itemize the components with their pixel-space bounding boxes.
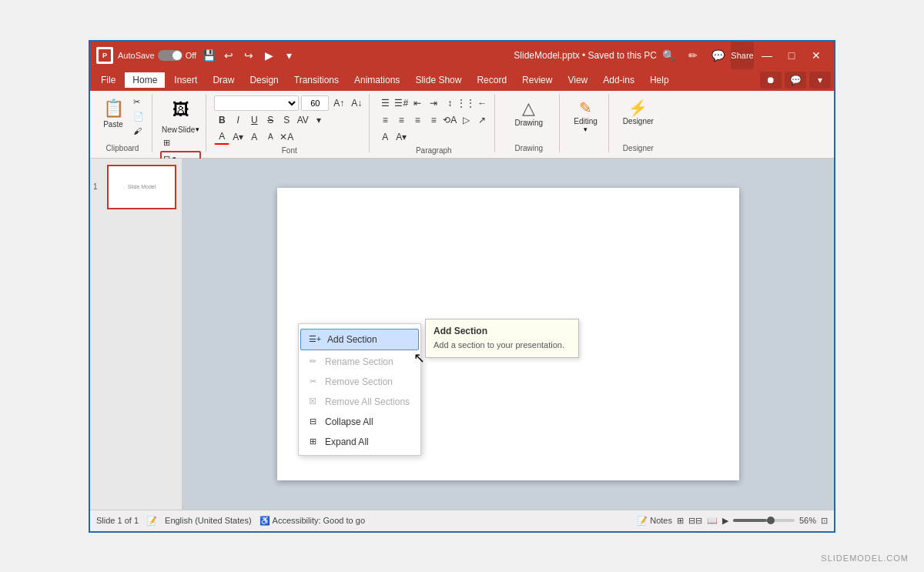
decrease-indent[interactable]: ⇤ — [410, 95, 425, 111]
menu-home[interactable]: Home — [123, 71, 166, 89]
char-highlight[interactable]: A▾ — [393, 129, 409, 145]
dropdown-container: ☰+ Add Section ✏ Rename Section ✂ Remove… — [298, 323, 421, 456]
new-slide-label: New — [162, 125, 177, 134]
text-shadow[interactable]: A — [377, 129, 393, 145]
minimize-button[interactable]: — — [755, 42, 778, 69]
paragraph-content: ☰ ☰# ⇤ ⇥ ↕ ⋮⋮ ← ≡ ≡ ≡ ≡ ⟲A ▷ ↗ — [377, 94, 490, 145]
smart-art[interactable]: ▷ — [458, 112, 474, 128]
font-family-select[interactable] — [214, 95, 299, 111]
comment-icon[interactable]: 💬 — [706, 42, 729, 69]
columns[interactable]: ⋮⋮ — [458, 95, 474, 111]
editing-icon: ✎ — [579, 99, 592, 117]
autosave-toggle[interactable] — [158, 50, 182, 61]
collapse-all-label: Collapse All — [325, 416, 373, 427]
menu-record[interactable]: Record — [469, 72, 514, 88]
normal-view-button[interactable]: ⊞ — [677, 516, 684, 526]
new-slide-button[interactable]: 🖼 — [162, 95, 199, 125]
highlight-color-button[interactable]: A▾ — [230, 129, 246, 145]
dropdown-collapse-all[interactable]: ⊟ Collapse All — [299, 412, 420, 432]
font-size-decrease[interactable]: A↓ — [349, 95, 364, 111]
cut-button[interactable]: ✂ — [130, 95, 147, 109]
font-size-small[interactable]: A — [263, 129, 278, 145]
fit-slide-icon[interactable]: ⊡ — [821, 516, 828, 526]
main-area: 1 Slide Model Slide Model ☰+ Add Section… — [90, 159, 834, 510]
format-painter-button[interactable]: 🖌 — [130, 125, 147, 137]
bullets-button[interactable]: ☰ — [377, 95, 393, 111]
drawing-button[interactable]: △ Drawing — [508, 95, 549, 130]
search-icon[interactable]: 🔍 — [657, 42, 680, 69]
designer-button[interactable]: ⚡ Designer — [617, 95, 660, 129]
copy-icon: 📄 — [133, 112, 144, 122]
char-spacing-button[interactable]: AV — [295, 112, 310, 128]
dropdown-expand-all[interactable]: ⊞ Expand All — [299, 432, 420, 452]
collapse-ribbon-btn[interactable]: ▾ — [809, 72, 831, 89]
paragraph-options[interactable]: ↗ — [474, 112, 490, 128]
menu-addins[interactable]: Add-ins — [595, 72, 642, 88]
new-slide-dropdown[interactable]: New Slide ▾ — [160, 125, 201, 135]
redo-icon[interactable]: ↪ — [241, 48, 256, 63]
increase-indent[interactable]: ⇥ — [426, 95, 441, 111]
align-left[interactable]: ≡ — [377, 112, 393, 128]
line-spacing[interactable]: ↕ — [442, 95, 457, 111]
text-direction[interactable]: ⟲A — [442, 112, 457, 128]
clear-format[interactable]: ✕A — [279, 129, 294, 145]
menu-draw[interactable]: Draw — [205, 72, 242, 88]
numbering-button[interactable]: ☰# — [393, 95, 409, 111]
close-button[interactable]: ✕ — [805, 42, 828, 69]
paste-label: Paste — [103, 120, 123, 129]
save-icon[interactable]: 💾 — [201, 48, 216, 63]
menu-transitions[interactable]: Transitions — [286, 72, 346, 88]
new-slide-chevron: ▾ — [196, 125, 199, 133]
pen-icon[interactable]: ✏ — [681, 42, 705, 69]
slide-sorter-button[interactable]: ⊟⊟ — [688, 516, 702, 526]
rtl-direction[interactable]: ← — [474, 95, 490, 111]
indent-row: A A▾ — [377, 129, 409, 145]
zoom-fill — [733, 519, 767, 522]
strikethrough-button[interactable]: S — [263, 112, 278, 128]
menu-design[interactable]: Design — [242, 72, 286, 88]
new-slide-icon: 🖼 — [172, 100, 189, 120]
font-size-large[interactable]: A — [246, 129, 262, 145]
underline-button[interactable]: U — [246, 112, 262, 128]
comments-btn[interactable]: 💬 — [785, 72, 806, 89]
bold-button[interactable]: B — [214, 112, 229, 128]
reading-view-button[interactable]: 📖 — [707, 516, 718, 526]
editing-button[interactable]: ✎ Editing ▾ — [567, 95, 604, 136]
menu-review[interactable]: Review — [514, 72, 560, 88]
menu-slideshow[interactable]: Slide Show — [407, 72, 469, 88]
slideshow-button[interactable]: ▶ — [722, 516, 728, 526]
slide-1-thumbnail[interactable]: Slide Model — [107, 165, 176, 209]
maximize-button[interactable]: □ — [780, 42, 803, 69]
italic-button[interactable]: I — [230, 112, 246, 128]
slides-panel: 1 Slide Model — [90, 159, 182, 510]
font-size-increase[interactable]: A↑ — [331, 95, 346, 111]
shadow-button[interactable]: S — [279, 112, 294, 128]
zoom-slider[interactable] — [733, 519, 795, 522]
menu-file[interactable]: File — [93, 72, 123, 88]
paste-button[interactable]: 📋 Paste — [98, 95, 129, 132]
more-icon[interactable]: ▾ — [281, 48, 296, 63]
share-icon[interactable]: Share — [731, 42, 754, 69]
record-btn[interactable]: ⏺ — [760, 72, 782, 89]
notes-button[interactable]: 📝 Notes — [637, 516, 672, 526]
align-center[interactable]: ≡ — [393, 112, 409, 128]
ppt-logo: P — [96, 47, 113, 64]
font-color-button[interactable]: A — [214, 129, 229, 145]
designer-content: ⚡ Designer — [617, 94, 660, 142]
menu-animations[interactable]: Animations — [346, 72, 407, 88]
menu-insert[interactable]: Insert — [166, 72, 205, 88]
ppt-logo-inner: P — [99, 49, 111, 62]
layout-button[interactable]: ⊞ — [160, 136, 201, 149]
present-icon[interactable]: ▶ — [261, 48, 276, 63]
layout-icon: ⊞ — [163, 138, 170, 148]
justify[interactable]: ≡ — [426, 112, 441, 128]
menu-view[interactable]: View — [560, 72, 595, 88]
font-size-input[interactable] — [301, 95, 329, 111]
ribbon: 📋 Paste ✂ 📄 🖌 Clipboard 🖼 — [90, 91, 834, 159]
undo-icon[interactable]: ↩ — [221, 48, 236, 63]
menu-help[interactable]: Help — [642, 72, 677, 88]
align-right[interactable]: ≡ — [410, 112, 425, 128]
more-font-options[interactable]: ▾ — [311, 112, 326, 128]
dropdown-add-section[interactable]: ☰+ Add Section — [300, 329, 419, 350]
copy-button[interactable]: 📄 — [130, 110, 147, 123]
